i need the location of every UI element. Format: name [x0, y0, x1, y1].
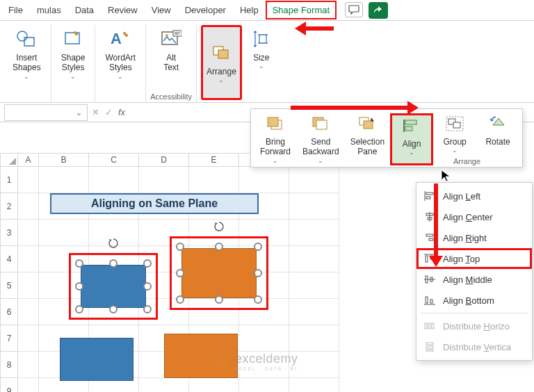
- tab-shape-format[interactable]: Shape Format: [266, 1, 337, 19]
- svg-rect-33: [426, 256, 428, 262]
- group-icon: [444, 115, 465, 133]
- svg-rect-16: [364, 121, 373, 129]
- tab-developer[interactable]: Developer: [178, 1, 233, 19]
- align-button[interactable]: Align⌄: [390, 113, 433, 165]
- alt-text-button[interactable]: Alt Text: [154, 25, 188, 74]
- size-button[interactable]: Size ⌄: [245, 25, 278, 100]
- svg-rect-42: [428, 323, 430, 329]
- svg-rect-45: [426, 346, 433, 348]
- svg-rect-41: [425, 323, 427, 329]
- align-icon: [401, 117, 422, 135]
- align-left-icon: [423, 190, 436, 202]
- rotate-icon: [487, 115, 508, 133]
- svg-rect-43: [432, 323, 434, 329]
- blue-rectangle[interactable]: [60, 338, 134, 381]
- align-bottom-icon: [423, 294, 436, 307]
- align-middle-item[interactable]: Align Middle: [416, 269, 532, 290]
- row-header[interactable]: 4: [0, 246, 18, 272]
- row-header[interactable]: 5: [0, 272, 18, 299]
- svg-rect-30: [426, 234, 433, 236]
- row-header[interactable]: 8: [0, 352, 18, 378]
- bring-forward-button[interactable]: Bring Forward⌄: [254, 113, 297, 165]
- name-box[interactable]: ⌄: [4, 104, 88, 121]
- wordart-icon: A: [109, 28, 131, 50]
- svg-rect-6: [173, 31, 181, 36]
- arrange-button[interactable]: Arrange ⌄: [201, 25, 242, 100]
- svg-point-5: [165, 34, 168, 37]
- bring-forward-icon: [265, 115, 286, 133]
- distribute-horizontal-item[interactable]: Distribute Horizo: [416, 316, 532, 336]
- ribbon: Insert Shapes ⌄ Shape Styles ⌄ A WordArt…: [0, 21, 534, 103]
- align-center-item[interactable]: Align Center: [416, 206, 532, 227]
- tab-view[interactable]: View: [145, 1, 178, 19]
- arrange-icon: [210, 42, 232, 64]
- svg-rect-19: [405, 126, 412, 131]
- watermark: exceldemy EXCEL · DATA · BI: [216, 352, 298, 371]
- align-top-item[interactable]: Align Top: [416, 248, 532, 269]
- tab-formulas[interactable]: mulas: [30, 1, 68, 19]
- row-header[interactable]: 2: [0, 193, 18, 220]
- tab-review[interactable]: Review: [101, 1, 145, 19]
- share-button[interactable]: [369, 2, 388, 19]
- rotate-handle-icon[interactable]: [213, 220, 225, 233]
- watermark-logo-icon: [216, 354, 231, 369]
- svg-rect-40: [430, 300, 432, 303]
- svg-rect-46: [426, 350, 433, 351]
- svg-point-0: [17, 31, 27, 41]
- row-headers: 123456789: [0, 167, 18, 392]
- enter-icon[interactable]: ✓: [105, 107, 113, 117]
- shape-styles-icon: [62, 28, 84, 50]
- tab-help[interactable]: Help: [233, 1, 266, 19]
- rotate-handle-icon[interactable]: [107, 237, 120, 250]
- row-header[interactable]: 1: [0, 167, 18, 193]
- send-backward-icon: [310, 115, 331, 133]
- row-header[interactable]: 7: [0, 325, 18, 352]
- align-middle-icon: [423, 273, 436, 286]
- align-right-item[interactable]: Align Right: [416, 227, 532, 248]
- svg-rect-24: [426, 193, 433, 195]
- alt-text-icon: [160, 28, 182, 50]
- shapes-icon: [15, 28, 38, 50]
- row-header[interactable]: 9: [0, 378, 18, 392]
- svg-rect-39: [426, 297, 428, 303]
- selected-blue-rectangle[interactable]: [69, 253, 158, 320]
- align-center-icon: [423, 211, 436, 223]
- ribbon-tabs: File mulas Data Review View Developer He…: [0, 0, 534, 21]
- accessibility-group-label: Accessibility: [150, 92, 192, 102]
- distribute-v-icon: [423, 341, 436, 353]
- distribute-h-icon: [423, 320, 436, 332]
- tab-data[interactable]: Data: [68, 1, 101, 19]
- row-header[interactable]: 3: [0, 220, 18, 246]
- svg-rect-10: [218, 50, 228, 58]
- align-menu: Align Left Align Center Align Right Alig…: [416, 182, 533, 361]
- arrange-dropdown: Bring Forward⌄ Send Backward⌄ Selection …: [250, 108, 523, 168]
- svg-rect-22: [453, 122, 460, 128]
- svg-rect-25: [426, 197, 430, 199]
- insert-shapes-button[interactable]: Insert Shapes ⌄: [7, 25, 47, 81]
- svg-rect-12: [268, 117, 278, 126]
- canvas-title: Aligning on Same Plane: [50, 193, 259, 214]
- selected-orange-rectangle[interactable]: [170, 236, 268, 310]
- align-bottom-item[interactable]: Align Bottom: [416, 290, 532, 311]
- distribute-vertical-item[interactable]: Distribute Vertica: [416, 336, 532, 357]
- arrange-group-label: Arrange: [453, 157, 480, 165]
- comments-button[interactable]: [345, 2, 363, 17]
- rotate-button[interactable]: Rotate: [476, 113, 519, 165]
- svg-text:A: A: [111, 30, 122, 47]
- tab-file[interactable]: File: [1, 1, 30, 19]
- cancel-icon[interactable]: ✕: [92, 107, 99, 117]
- send-backward-button[interactable]: Send Backward⌄: [297, 113, 345, 165]
- fx-label[interactable]: fx: [118, 107, 125, 117]
- wordart-styles-button[interactable]: A WordArt Styles ⌄: [99, 25, 141, 81]
- row-header[interactable]: 6: [0, 299, 18, 325]
- size-icon: [250, 28, 273, 50]
- svg-rect-44: [426, 343, 433, 345]
- align-top-icon: [423, 252, 436, 265]
- svg-rect-18: [405, 120, 416, 124]
- shape-styles-button[interactable]: Shape Styles ⌄: [56, 25, 91, 81]
- align-left-item[interactable]: Align Left: [416, 186, 532, 206]
- svg-rect-31: [429, 238, 433, 240]
- cursor-icon: [441, 170, 451, 182]
- selection-pane-button[interactable]: Selection Pane: [345, 113, 390, 165]
- align-right-icon: [423, 231, 436, 244]
